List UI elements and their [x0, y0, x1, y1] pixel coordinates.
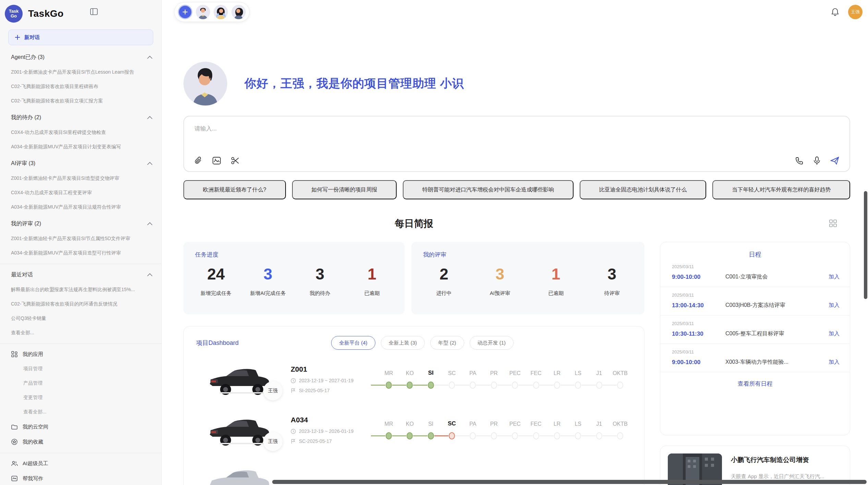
flag-icon [291, 439, 296, 444]
section-my-todo[interactable]: 我的待办 (2) [11, 110, 153, 125]
suggestion-chip[interactable]: 比亚迪全固态电池计划具体说了什么 [580, 180, 707, 199]
briefing-left-column: 任务进度 24 新增完成任务 3 新增AI完成任务 3 我的待办 [183, 242, 644, 485]
phone-icon[interactable] [795, 157, 804, 165]
section-my-review[interactable]: 我的评审 (2) [11, 216, 153, 232]
schedule-event-title: C005-整车工程目标评审 [725, 330, 824, 337]
sidebar-item-cloud-space[interactable]: 我的云空间 [11, 419, 153, 434]
recent-chat-item[interactable]: C02-飞腾新能源轻客改款项目的闭环通告反馈情况 [11, 297, 153, 311]
milestone-sc: SC [448, 432, 455, 439]
plus-icon [182, 9, 188, 15]
briefing-right-column: 日程 2025/03/11 9:00-10:00 C001-立项审批会 加入 2… [660, 242, 850, 485]
milestone-fec: FEC [533, 382, 540, 389]
milestone-pr: PR [491, 432, 497, 439]
project-row[interactable]: 王强 A034 2023-12-19 ~ 2026-01-19 [196, 400, 632, 451]
news-snippet: 天眼查 App 显示，近日广州汇天飞行汽... [731, 473, 824, 481]
sidebar-item-help-write[interactable]: 帮我写作 [11, 471, 153, 485]
sidebar-item[interactable]: Z001-全新燃油轻卡产品开发项目SI造型提交物评审 [11, 171, 153, 186]
add-agent-button[interactable] [178, 5, 192, 19]
join-meeting-link[interactable]: 加入 [829, 273, 840, 281]
schedule-item: 2025/03/11 10:30-11:30 C005-整车工程目标评审 加入 [660, 315, 850, 344]
stat-overdue: 1 已逾期 [353, 265, 391, 297]
filter-new-platform[interactable]: 全新平台 (4) [331, 336, 375, 350]
join-meeting-link[interactable]: 加入 [829, 359, 840, 366]
sidebar-item[interactable]: A034-全新新能源MUV产品开发项目计划变更表编写 [11, 140, 153, 154]
attachment-icon[interactable] [194, 156, 203, 165]
app-item-product-mgmt[interactable]: 产品管理 [11, 376, 153, 390]
horizontal-scrollbar[interactable] [272, 480, 867, 484]
news-card[interactable]: 小鹏飞行汽车制造公司增资 天眼查 App 显示，近日广州汇天飞行汽... [660, 446, 850, 485]
recent-view-all[interactable]: 查看全部... [11, 326, 153, 340]
sidebar-item[interactable]: A034-全新新能源MUV产品开发项目造型可行性评审 [11, 246, 153, 260]
app-item-view-all[interactable]: 查看全部... [11, 405, 153, 419]
writing-icon [11, 476, 18, 481]
chevron-up-icon[interactable] [147, 162, 153, 165]
project-row[interactable]: 王强 Z001 2023-12-19 ~ 2027-01-19 [196, 350, 632, 400]
timeline-segment [476, 385, 490, 386]
microphone-icon[interactable] [813, 156, 821, 165]
sidebar-item[interactable]: Z001-全新燃油轻卡产品开发项目SI节点属性5D文件评审 [11, 232, 153, 246]
avatar[interactable] [196, 5, 210, 19]
milestone-lr: LR [554, 382, 560, 389]
filter-model-year[interactable]: 年型 (2) [430, 336, 464, 350]
sidebar-item-my-apps[interactable]: 我的应用 [11, 347, 153, 362]
suggestion-chip[interactable]: 如何写一份清晰的项目周报 [292, 180, 397, 199]
join-meeting-link[interactable]: 加入 [829, 302, 840, 309]
dashboard-title: 项目Dashboard [196, 339, 239, 347]
chevron-up-icon[interactable] [147, 116, 153, 119]
scissors-icon[interactable] [231, 156, 240, 165]
recent-chat-item[interactable]: 解释最新出台的欧盟报废车法规再生塑料比例被调至15%... [11, 283, 153, 297]
send-icon[interactable] [830, 156, 839, 165]
project-owner-badge: 王强 [263, 432, 282, 451]
timeline-segment [455, 385, 469, 386]
vertical-scrollbar[interactable] [864, 191, 867, 299]
timeline-segment [413, 435, 427, 436]
recent-chat-item[interactable]: 公司Q3轻卡销量 [11, 311, 153, 326]
milestone-ls: LS [575, 382, 581, 389]
schedule-item: 2025/03/11 9:00-10:00 X003-车辆动力学性能验... 加… [660, 344, 850, 372]
layout-grid-icon[interactable] [829, 219, 837, 227]
suggestion-chip[interactable]: 当下年轻人对汽车外观有怎样的喜好趋势 [712, 180, 850, 199]
chat-input[interactable] [194, 121, 581, 136]
chevron-up-icon[interactable] [147, 273, 153, 276]
section-agent-done[interactable]: Agent已办 (3) [11, 49, 153, 65]
milestone-sc: SC [448, 382, 455, 389]
timeline-segment [603, 435, 617, 436]
suggestion-chip[interactable]: 欧洲新规最近颁布了什么? [183, 180, 286, 199]
filter-new-body[interactable]: 全新上装 (3) [381, 336, 425, 350]
avatar[interactable] [231, 5, 246, 19]
sidebar-item-ai-employee[interactable]: AI超级员工 [11, 456, 153, 471]
sidebar-item-favorites[interactable]: 我的收藏 [11, 434, 153, 449]
sidebar-collapse-icon[interactable] [88, 6, 99, 17]
sidebar-item[interactable]: A034-全新新能源MUV产品开发项目法规符合性评审 [11, 200, 153, 214]
app-title: TaskGo [28, 8, 64, 19]
milestone-pec: PEC [511, 382, 518, 389]
user-avatar[interactable]: 王强 [848, 5, 863, 19]
image-icon[interactable] [212, 157, 221, 165]
task-progress-title: 任务进度 [195, 251, 393, 259]
join-meeting-link[interactable]: 加入 [829, 330, 840, 337]
sidebar-item[interactable]: C0X4-动力总成开发项目SI里程碑提交物检查 [11, 125, 153, 140]
sidebar-scroll: Agent已办 (3) Z001-全新燃油皮卡产品开发项目SI节点Lesson … [0, 47, 161, 485]
notification-bell-icon[interactable] [831, 8, 839, 16]
filter-powertrain[interactable]: 动总开发 (1) [470, 336, 514, 350]
timeline-segment [603, 385, 617, 386]
sidebar-item[interactable]: C02-飞腾新能源轻客改款项目立项汇报方案 [11, 94, 153, 108]
timeline-segment [371, 435, 385, 436]
section-ai-review[interactable]: AI评审 (3) [11, 156, 153, 171]
suggestion-chip[interactable]: 特朗普可能对进口汽车增税会对中国车企造成哪些影响 [403, 180, 574, 199]
section-recent-chats[interactable]: 最近对话 [11, 267, 153, 283]
avatar[interactable] [214, 5, 228, 19]
greeting-text: 你好，王强，我是你的项目管理助理 小识 [244, 76, 464, 91]
new-chat-button[interactable]: 新对话 [8, 29, 153, 45]
view-all-schedule-link[interactable]: 查看所有日程 [660, 380, 850, 388]
app-item-project-mgmt[interactable]: 项目管理 [11, 362, 153, 376]
milestone-mr: MR [385, 432, 392, 439]
sidebar-item[interactable]: C0X4-动力总成开发项目工程变更评审 [11, 186, 153, 200]
chevron-up-icon[interactable] [147, 55, 153, 59]
milestone-oktb: OKTB [617, 432, 624, 439]
stat-in-progress: 2 进行中 [425, 265, 463, 297]
sidebar-item[interactable]: Z001-全新燃油皮卡产品开发项目SI节点Lesson Learn报告 [11, 65, 153, 79]
sidebar-item[interactable]: C02-飞腾新能源轻客改款项目里程碑画布 [11, 79, 153, 94]
app-item-change-mgmt[interactable]: 变更管理 [11, 390, 153, 405]
chevron-up-icon[interactable] [147, 222, 153, 225]
